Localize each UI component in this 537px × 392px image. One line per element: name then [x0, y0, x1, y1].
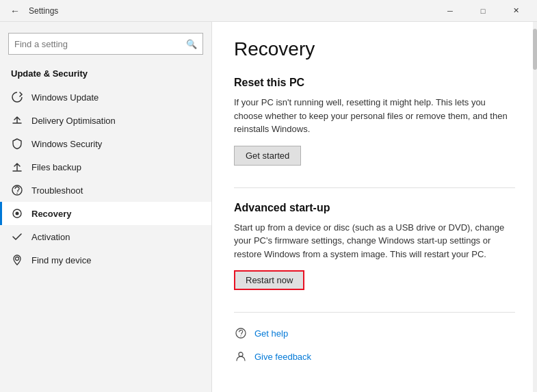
- content-area: Recovery Reset this PC If your PC isn't …: [212, 22, 537, 392]
- section-divider: [234, 187, 515, 188]
- windows-update-icon: [11, 91, 23, 103]
- advanced-startup-title: Advanced start-up: [234, 202, 515, 214]
- scrollbar-thumb[interactable]: [533, 29, 537, 70]
- window-title: Settings: [29, 6, 58, 16]
- get-help-link[interactable]: Get help: [254, 328, 288, 339]
- links-divider: [234, 312, 515, 313]
- nav-label-find-my-device: Find my device: [31, 255, 91, 265]
- nav-label-delivery: Delivery Optimisation: [31, 116, 116, 126]
- sidebar-heading: Update & Security: [0, 64, 211, 86]
- nav-label-files-backup: Files backup: [31, 162, 81, 172]
- sidebar-item-find-my-device[interactable]: Find my device: [0, 248, 211, 272]
- find-my-device-icon: [11, 254, 23, 266]
- window-controls: ─ □ ✕: [434, 0, 532, 22]
- sidebar-item-files-backup[interactable]: Files backup: [0, 155, 211, 179]
- back-button[interactable]: ←: [5, 1, 25, 21]
- maximize-button[interactable]: □: [467, 0, 499, 22]
- page-title: Recovery: [234, 38, 515, 60]
- get-help-row: Get help: [234, 326, 515, 340]
- sidebar: 🔍 Update & Security Windows Update Deliv…: [0, 22, 212, 392]
- svg-point-3: [16, 212, 19, 215]
- sidebar-item-windows-update[interactable]: Windows Update: [0, 86, 211, 109]
- get-started-button[interactable]: Get started: [234, 146, 301, 166]
- files-backup-icon: [11, 161, 23, 173]
- search-icon: 🔍: [186, 39, 197, 49]
- advanced-startup-desc: Start up from a device or disc (such as …: [234, 221, 515, 261]
- give-feedback-icon: [234, 350, 248, 363]
- scrollbar-track[interactable]: [533, 22, 537, 392]
- restart-now-button[interactable]: Restart now: [234, 270, 304, 290]
- delivery-optimisation-icon: [11, 114, 23, 127]
- recovery-icon: [11, 207, 23, 220]
- main-layout: 🔍 Update & Security Windows Update Deliv…: [0, 22, 537, 392]
- get-help-icon: [234, 326, 248, 340]
- troubleshoot-icon: [11, 184, 23, 196]
- search-box[interactable]: 🔍: [8, 33, 203, 55]
- nav-label-windows-update: Windows Update: [31, 92, 99, 103]
- nav-label-troubleshoot: Troubleshoot: [31, 185, 83, 196]
- activation-icon: [11, 231, 23, 243]
- svg-point-6: [240, 335, 241, 336]
- close-button[interactable]: ✕: [500, 0, 532, 22]
- give-feedback-row: Give feedback: [234, 350, 515, 363]
- minimize-button[interactable]: ─: [434, 0, 466, 22]
- give-feedback-link[interactable]: Give feedback: [254, 352, 311, 362]
- reset-pc-title: Reset this PC: [234, 77, 515, 89]
- svg-point-4: [16, 257, 19, 261]
- titlebar: ← Settings ─ □ ✕: [0, 0, 537, 22]
- svg-point-7: [239, 352, 243, 356]
- windows-security-icon: [11, 138, 23, 150]
- svg-point-1: [16, 193, 18, 194]
- search-input[interactable]: [14, 39, 186, 49]
- sidebar-item-windows-security[interactable]: Windows Security: [0, 132, 211, 155]
- sidebar-item-activation[interactable]: Activation: [0, 225, 211, 248]
- nav-label-activation: Activation: [31, 232, 70, 242]
- sidebar-item-recovery[interactable]: Recovery: [0, 202, 211, 225]
- nav-label-recovery: Recovery: [31, 209, 72, 219]
- nav-label-security: Windows Security: [31, 139, 102, 149]
- sidebar-item-delivery-optimisation[interactable]: Delivery Optimisation: [0, 109, 211, 132]
- reset-pc-desc: If your PC isn't running well, resetting…: [234, 96, 515, 136]
- sidebar-item-troubleshoot[interactable]: Troubleshoot: [0, 179, 211, 202]
